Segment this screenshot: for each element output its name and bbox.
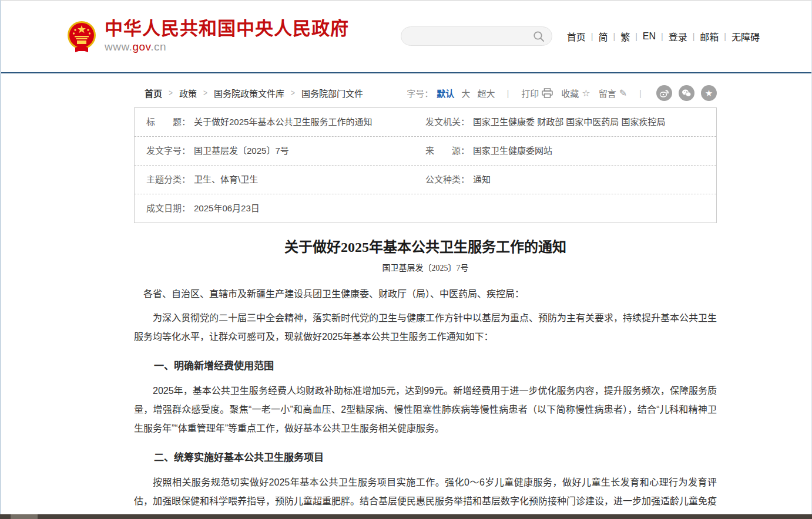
- comment-button[interactable]: 留言 ✎: [599, 87, 627, 99]
- meta-source-value: 国家卫生健康委网站: [473, 145, 552, 157]
- nav-accessibility[interactable]: 无障碍: [726, 29, 765, 43]
- font-size-large-button[interactable]: 大: [461, 87, 470, 99]
- meta-row: 主题分类： 卫生、体育\卫生 公文种类： 通知: [135, 166, 716, 194]
- nav-home[interactable]: 首页: [562, 29, 591, 43]
- search-icon[interactable]: [533, 31, 545, 42]
- search-input[interactable]: [408, 32, 533, 41]
- page-toolbar: 字号： 默认 大 超大 | 打印 收藏 ☆ 留言 ✎ |: [407, 85, 717, 101]
- bottom-bar: [0, 514, 812, 519]
- document-number: 国卫基层发〔2025〕7号: [134, 261, 717, 273]
- site-url-www: www.: [105, 41, 132, 53]
- meta-date-label: 成文日期：: [146, 203, 190, 214]
- meta-issuing-agency-value: 国家卫生健康委 财政部 国家中医药局 国家疾控局: [473, 116, 666, 128]
- star-icon: ☆: [582, 87, 590, 99]
- meta-category-value: 卫生、体育\卫生: [194, 174, 258, 186]
- weibo-icon: [659, 88, 669, 98]
- top-nav: 首页 | 简 | 繁 | EN | 登录 | 邮箱 | 无障碍: [562, 29, 765, 43]
- national-emblem-icon: [67, 21, 96, 52]
- nav-english[interactable]: EN: [637, 31, 661, 42]
- nav-mail[interactable]: 邮箱: [694, 29, 724, 43]
- salutation-paragraph: 各省、自治区、直辖市及新疆生产建设兵团卫生健康委、财政厅（局）、中医药局、疾控局…: [134, 285, 717, 304]
- site-logo[interactable]: 中华人民共和国中央人民政府 www.gov.cn: [67, 19, 349, 53]
- breadcrumb-department-docs[interactable]: 国务院部门文件: [301, 87, 363, 99]
- section-1-paragraph: 2025年，基本公共卫生服务经费人均财政补助标准增加5元，达到99元。新增经费用…: [134, 382, 717, 438]
- favorite-button[interactable]: 收藏 ☆: [561, 87, 590, 99]
- favorite-label: 收藏: [561, 87, 579, 99]
- meta-row: 发文字号： 国卫基层发〔2025〕7号 来 源： 国家卫生健康委网站: [135, 137, 716, 166]
- site-url: www.gov.cn: [105, 41, 349, 53]
- section-2-paragraph: 按照相关服务规范切实做好2025年基本公共卫生服务项目实施工作。强化0～6岁儿童…: [134, 473, 717, 519]
- wechat-icon: [682, 88, 692, 98]
- meta-title-value: 关于做好2025年基本公共卫生服务工作的通知: [194, 116, 372, 128]
- site-url-cn: .cn: [150, 41, 166, 53]
- pencil-icon: ✎: [619, 87, 627, 99]
- section-2-heading: 二、统筹实施好基本公共卫生服务项目: [134, 450, 717, 466]
- meta-row: 标 题： 关于做好2025年基本公共卫生服务工作的通知 发文机关： 国家卫生健康…: [135, 108, 716, 137]
- meta-category-label: 主题分类：: [146, 174, 190, 186]
- page-top-divider: [0, 0, 812, 1]
- font-size-label: 字号：: [407, 87, 433, 99]
- document-meta-table: 标 题： 关于做好2025年基本公共卫生服务工作的通知 发文机关： 国家卫生健康…: [134, 107, 717, 223]
- breadcrumb-policy-library[interactable]: 国务院政策文件库: [214, 87, 284, 99]
- comment-label: 留言: [599, 87, 616, 99]
- bottom-bar-segment: [11, 514, 38, 519]
- section-1-heading: 一、明确新增经费使用范围: [134, 358, 717, 375]
- breadcrumb-home[interactable]: 首页: [145, 87, 162, 99]
- qzone-star-icon: ★: [705, 89, 713, 97]
- nav-login[interactable]: 登录: [663, 29, 693, 43]
- nav-traditional[interactable]: 繁: [615, 29, 635, 43]
- toolbar-divider: |: [639, 88, 642, 98]
- main-content: 首页 > 政策 > 国务院政策文件库 > 国务院部门文件 字号： 默认 大 超大…: [134, 83, 717, 519]
- intro-paragraph: 为深入贯彻党的二十届三中全会精神，落实新时代党的卫生与健康工作方针中以基层为重点…: [134, 309, 717, 346]
- breadcrumb: 首页 > 政策 > 国务院政策文件库 > 国务院部门文件: [134, 87, 363, 99]
- meta-row: 成文日期： 2025年06月23日: [135, 194, 716, 223]
- share-weibo-button[interactable]: [656, 85, 672, 101]
- meta-title-label: 标 题：: [146, 116, 190, 128]
- font-size-default-button[interactable]: 默认: [437, 87, 454, 99]
- site-search[interactable]: [401, 26, 552, 46]
- breadcrumb-separator-icon: >: [203, 88, 207, 98]
- site-url-gov: gov: [132, 41, 150, 53]
- document-body: 关于做好2025年基本公共卫生服务工作的通知 国卫基层发〔2025〕7号 各省、…: [134, 238, 717, 519]
- meta-doc-number-label: 发文字号：: [146, 145, 190, 157]
- share-wechat-button[interactable]: [679, 85, 694, 101]
- page-left-edge: [0, 0, 1, 519]
- document-title: 关于做好2025年基本公共卫生服务工作的通知: [134, 238, 717, 256]
- meta-date-value: 2025年06月23日: [194, 203, 260, 214]
- print-button[interactable]: 打印: [521, 87, 553, 99]
- site-title: 中华人民共和国中央人民政府: [105, 19, 349, 39]
- toolbar-divider: |: [506, 88, 509, 98]
- font-size-xlarge-button[interactable]: 超大: [477, 87, 495, 99]
- meta-doc-type-value: 通知: [473, 174, 491, 186]
- meta-issuing-agency-label: 发文机关：: [425, 116, 469, 128]
- meta-source-label: 来 源：: [425, 145, 469, 157]
- breadcrumb-separator-icon: >: [291, 88, 295, 98]
- meta-doc-type-label: 公文种类：: [425, 174, 469, 186]
- nav-simplified[interactable]: 简: [593, 29, 613, 43]
- share-qzone-button[interactable]: ★: [701, 85, 717, 101]
- breadcrumb-policy[interactable]: 政策: [179, 87, 197, 99]
- printer-icon: [542, 88, 553, 98]
- breadcrumb-separator-icon: >: [169, 88, 173, 98]
- site-header: 中华人民共和国中央人民政府 www.gov.cn 首页 | 简 | 繁 | EN…: [0, 0, 812, 73]
- meta-doc-number-value: 国卫基层发〔2025〕7号: [194, 145, 289, 157]
- print-label: 打印: [521, 87, 539, 99]
